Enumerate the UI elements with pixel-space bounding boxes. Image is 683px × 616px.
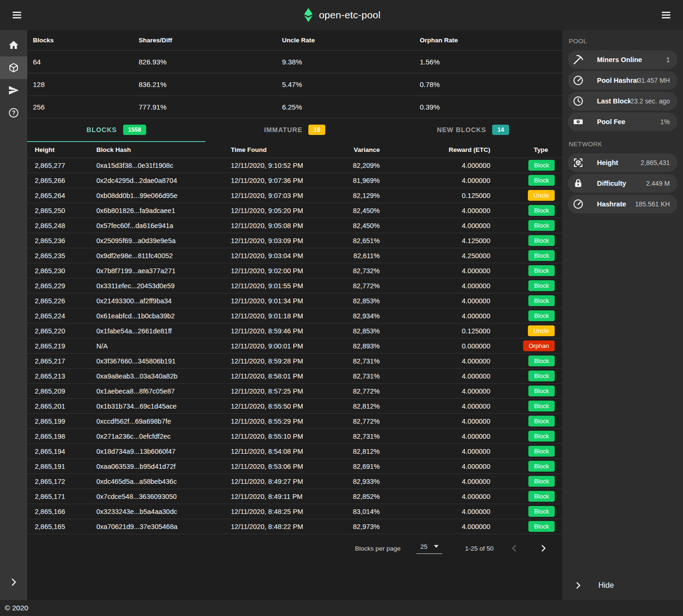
- table-row: 2,865,172 0xdc465d5a...a58beb436c 12/11/…: [27, 474, 562, 489]
- menu-button-right[interactable]: [657, 6, 675, 24]
- type-badge: Block: [528, 280, 555, 291]
- page-body: ? Blocks Shares/Diff Uncle Rate Orphan R…: [0, 30, 683, 600]
- block-height-cell: 2,865,224: [35, 312, 96, 320]
- block-hash-cell: 0xaa063539...b95d41d72f: [96, 463, 231, 470]
- reward-cell: 4.250000: [380, 252, 490, 260]
- block-height-cell: 2,865,191: [35, 463, 96, 470]
- prev-page-button[interactable]: [506, 540, 523, 557]
- pool-item-label: Pool Fee: [597, 118, 625, 126]
- block-hash-cell: N/A: [96, 342, 231, 350]
- type-badge: Block: [528, 431, 555, 442]
- type-cell: Block: [490, 521, 555, 532]
- variance-cell: 82,934%: [330, 312, 380, 320]
- table-row: 2,865,264 0xb08dd0b1...99e066d95e 12/11/…: [27, 188, 562, 203]
- next-page-button[interactable]: [535, 540, 552, 557]
- network-item-label: Height: [597, 159, 618, 166]
- caret-down-icon: [434, 545, 439, 548]
- reward-cell: 4.000000: [380, 282, 490, 290]
- block-hash-cell: 0x6b801826...fa9adcaee1: [96, 207, 231, 214]
- variance-cell: 82,853%: [330, 327, 380, 335]
- variance-cell: 82,812%: [330, 403, 380, 410]
- variance-cell: 82,772%: [330, 418, 380, 425]
- type-badge: Orphan: [523, 340, 555, 351]
- network-item-value: 2.449 M: [646, 180, 670, 187]
- stats-row: 128 836.21% 5.47% 0.78%: [27, 73, 562, 96]
- reward-cell: 4.000000: [380, 478, 490, 485]
- block-hash-cell: 0xdc465d5a...a58beb436c: [96, 478, 231, 485]
- tab-new-blocks[interactable]: NEW BLOCKS 14: [384, 118, 562, 142]
- table-row: 2,865,191 0xaa063539...b95d41d72f 12/11/…: [27, 459, 562, 474]
- rail-expand-button[interactable]: [0, 571, 27, 593]
- type-cell: Block: [490, 371, 555, 381]
- pool-last-block-item: Last Block Fo... 23.2 sec. ago: [568, 92, 677, 111]
- type-cell: Block: [490, 295, 555, 306]
- stats-col-uncle: Uncle Rate: [282, 37, 420, 44]
- stats-orphan-value: 0.39%: [420, 103, 557, 111]
- type-cell: Block: [490, 235, 555, 246]
- block-height-cell: 2,865,201: [35, 403, 96, 410]
- page-range-label: 1-25 of 50: [465, 545, 494, 552]
- banknote-icon: [573, 116, 584, 127]
- block-hash-cell: 0x3f367660...345806b191: [96, 357, 231, 365]
- nav-item-blocks[interactable]: [0, 56, 27, 79]
- pool-item-value: 23.2 sec. ago: [630, 97, 670, 105]
- menu-icon: [11, 9, 23, 21]
- table-row: 2,865,220 0x1fabe54a...2661de81ff 12/11/…: [27, 324, 562, 339]
- type-cell: Block: [490, 310, 555, 321]
- type-badge: Block: [528, 160, 555, 171]
- stats-col-shares: Shares/Diff: [139, 37, 282, 44]
- copyright-text: © 2020: [5, 604, 28, 612]
- reward-cell: 0.125000: [380, 327, 490, 335]
- table-row: 2,865,266 0x2dc4295d...2dae0a8704 12/11/…: [27, 173, 562, 188]
- right-info-panel: POOL Miners Online 1 Pool Hashrate 31.45: [562, 30, 683, 600]
- type-badge: Block: [528, 521, 555, 532]
- col-block-hash: Block Hash: [96, 146, 231, 153]
- chevron-right-icon: [539, 544, 548, 553]
- blocks-tabs: BLOCKS 1558 IMMATURE 16 NEW BLOCKS 14: [27, 118, 562, 142]
- reward-cell: 4.000000: [380, 297, 490, 305]
- block-hash-cell: 0x2dc4295d...2dae0a8704: [96, 177, 231, 184]
- left-nav-rail: ?: [0, 30, 27, 600]
- chevron-left-icon: [510, 544, 519, 553]
- time-found-cell: 12/11/2020, 9:07:03 PM: [231, 192, 330, 199]
- time-found-cell: 12/11/2020, 8:59:46 PM: [231, 327, 330, 335]
- col-height: Height: [35, 146, 96, 153]
- hide-label: Hide: [598, 581, 614, 590]
- block-hash-cell: 0x3311efec...20453d0e59: [96, 282, 231, 290]
- per-page-select[interactable]: 25: [416, 543, 442, 554]
- reward-cell: 4.000000: [380, 433, 490, 440]
- nav-item-help[interactable]: ?: [0, 102, 27, 124]
- tab-immature[interactable]: IMMATURE 16: [205, 118, 384, 142]
- block-hash-cell: 0xa70621d9...37e305468a: [96, 523, 231, 530]
- pool-fee-item: Pool Fee 1%: [568, 112, 677, 131]
- menu-button-left[interactable]: [8, 6, 26, 24]
- type-cell: Block: [490, 446, 555, 457]
- cube-scan-icon: [573, 157, 584, 168]
- type-badge: Block: [528, 506, 555, 517]
- reward-cell: 0.000000: [380, 342, 490, 350]
- tab-count-badge: 1558: [123, 125, 147, 135]
- tab-blocks[interactable]: BLOCKS 1558: [27, 118, 205, 142]
- pool-item-label: Pool Hashrate: [597, 77, 638, 84]
- table-row: 2,865,213 0xa9a8eab3...03a340a82b 12/11/…: [27, 369, 562, 384]
- variance-cell: 82,812%: [330, 448, 380, 455]
- reward-cell: 4.000000: [380, 312, 490, 320]
- block-hash-cell: 0x61eabfcd...1b0cba39b2: [96, 312, 231, 320]
- nav-item-home[interactable]: [0, 34, 27, 56]
- clock-icon: [573, 95, 584, 107]
- network-item-label: Hashrate: [597, 200, 626, 208]
- table-row: 2,865,250 0x6b801826...fa9adcaee1 12/11/…: [27, 203, 562, 218]
- stats-blocks-value: 256: [33, 103, 139, 111]
- variance-cell: 82,129%: [330, 192, 380, 199]
- nav-item-payments[interactable]: [0, 79, 27, 102]
- time-found-cell: 12/11/2020, 9:01:34 PM: [231, 297, 330, 305]
- time-found-cell: 12/11/2020, 9:05:08 PM: [231, 222, 330, 229]
- block-height-cell: 2,865,213: [35, 372, 96, 380]
- reward-cell: 4.000000: [380, 523, 490, 530]
- hide-panel-button[interactable]: Hide: [562, 571, 683, 600]
- block-hash-cell: 0xccdf562f...69a698b7fe: [96, 418, 231, 425]
- type-cell: Block: [490, 280, 555, 291]
- reward-cell: 4.000000: [380, 372, 490, 380]
- time-found-cell: 12/11/2020, 9:02:00 PM: [231, 267, 330, 275]
- menu-icon: [660, 9, 672, 21]
